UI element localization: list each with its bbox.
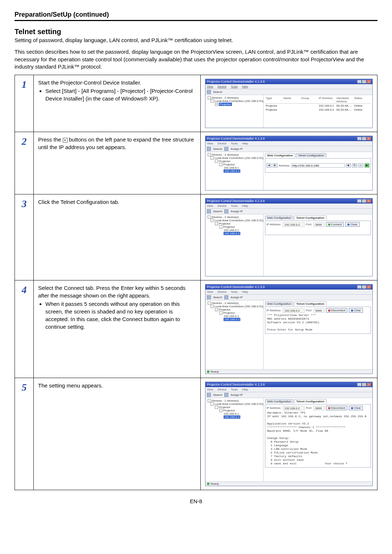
assign-ip-icon[interactable] xyxy=(224,393,228,397)
tree-ip[interactable]: 192.168.0.1 xyxy=(224,229,239,232)
menu-help[interactable]: Help xyxy=(242,85,248,88)
port-field[interactable]: 9999 xyxy=(314,222,324,227)
port-field[interactable]: 9999 xyxy=(314,406,324,410)
tree-expand-icon[interactable]: - xyxy=(219,409,222,412)
toolbar-search-label[interactable]: Search xyxy=(213,393,222,397)
tree-ip[interactable]: 192.168.0.1 xyxy=(224,412,239,415)
tree-pane[interactable]: -Devices - 2 device(s) -Local Area Conne… xyxy=(205,95,264,128)
menu-help[interactable]: Help xyxy=(242,142,248,145)
tree-lan[interactable]: Local Area Connection (192.168.0.51) xyxy=(215,156,264,160)
tab-web[interactable]: Web Configuration xyxy=(265,301,293,306)
menu-help[interactable]: Help xyxy=(242,290,248,294)
tree-ip-selected[interactable]: 192.168.0.2 xyxy=(224,318,240,321)
menu-view[interactable]: View xyxy=(207,204,213,208)
toolbar-search-label[interactable]: Search xyxy=(213,210,222,213)
toolbar-search-label[interactable]: Search xyxy=(213,296,222,299)
menu-view[interactable]: View xyxy=(207,388,213,391)
col-type[interactable]: Type xyxy=(265,97,283,103)
minimize-button[interactable]: _ xyxy=(357,80,362,83)
tree-root[interactable]: Devices - 2 device(s) xyxy=(212,216,239,219)
tree-expand-icon[interactable]: + xyxy=(215,103,218,106)
tree-ip-selected[interactable]: 192.168.0.2 xyxy=(224,415,240,419)
tree-expand-icon[interactable]: - xyxy=(211,156,214,160)
col-status[interactable]: Status xyxy=(353,97,371,103)
tab-telnet[interactable]: Telnet Configuration xyxy=(294,399,327,403)
device-row[interactable]: Projector 192.168.0.2 00-20-4A-8C-6A-73 … xyxy=(265,108,371,112)
tree-device[interactable]: Projector xyxy=(223,409,235,412)
search-icon[interactable] xyxy=(207,147,211,151)
clear-button[interactable]: Clear xyxy=(345,222,359,227)
ip-field[interactable]: 192.168.0.2 xyxy=(283,406,305,410)
ip-field[interactable]: 192.168.0.2 xyxy=(283,308,305,313)
menu-tools[interactable]: Tools xyxy=(231,142,238,145)
toolbar-assign-label[interactable]: Assign IP xyxy=(230,210,243,213)
menu-tools[interactable]: Tools xyxy=(231,388,238,391)
assign-ip-icon[interactable] xyxy=(224,209,228,213)
forward-icon[interactable]: ► xyxy=(273,163,278,168)
tree-expand-icon[interactable]: - xyxy=(215,222,218,225)
ip-field[interactable]: 192.168.0.2 xyxy=(283,222,305,227)
maximize-button[interactable]: □ xyxy=(362,383,366,386)
tab-web[interactable]: Web Configuration xyxy=(265,153,295,157)
clear-button[interactable]: Clear xyxy=(349,406,363,410)
menu-view[interactable]: View xyxy=(207,142,213,145)
tree-pane[interactable]: -Devices - 2 device(s) -Local Area Conne… xyxy=(205,300,264,369)
tree-lan[interactable]: Local Area Connection (192.168.0.51) xyxy=(215,305,264,308)
menu-help[interactable]: Help xyxy=(242,388,248,391)
tree-expand-icon[interactable]: - xyxy=(208,301,211,305)
menu-device[interactable]: Device xyxy=(217,85,226,88)
minimize-button[interactable]: _ xyxy=(357,199,362,203)
tree-ip[interactable]: 192.168.0.1 xyxy=(224,166,239,169)
search-icon[interactable] xyxy=(207,295,211,299)
col-group[interactable]: Group xyxy=(300,97,318,103)
toolbar-search-label[interactable]: Search xyxy=(213,147,222,151)
tree-device[interactable]: Projector xyxy=(223,225,235,229)
search-icon[interactable] xyxy=(207,209,211,213)
tree-expand-icon[interactable]: - xyxy=(215,160,218,163)
disconnect-button[interactable]: Disconnect xyxy=(326,308,348,313)
tree-ip-selected[interactable]: 192.168.0.2 xyxy=(224,169,240,173)
minimize-button[interactable]: _ xyxy=(357,137,362,140)
stop-icon[interactable]: ■ xyxy=(346,163,351,168)
tree-lan[interactable]: Local Area Connection (192.168.0.51) xyxy=(215,99,264,103)
close-button[interactable]: × xyxy=(367,199,371,203)
tree-expand-icon[interactable]: - xyxy=(219,311,222,315)
tree-root[interactable]: Devices - 2 device(s) xyxy=(212,96,239,99)
col-hw[interactable]: Hardware Address xyxy=(336,97,354,103)
tab-telnet[interactable]: Telnet Configuration xyxy=(294,301,327,306)
tree-root[interactable]: Devices - 2 device(s) xyxy=(212,301,239,305)
tree-family[interactable]: Projector xyxy=(219,222,230,225)
toolbar-assign-label[interactable]: Assign IP xyxy=(230,296,243,299)
home-icon[interactable]: ⌂ xyxy=(358,163,363,168)
close-button[interactable]: × xyxy=(367,285,371,289)
close-button[interactable]: × xyxy=(367,137,371,140)
refresh-icon[interactable]: ↻ xyxy=(352,163,357,168)
tree-device[interactable]: Projector xyxy=(223,311,235,315)
col-name[interactable]: Name xyxy=(283,97,301,103)
tree-expand-icon[interactable]: - xyxy=(219,163,222,166)
tree-family[interactable]: Projector xyxy=(219,308,230,311)
menu-tools[interactable]: Tools xyxy=(231,204,238,208)
tree-expand-icon[interactable]: - xyxy=(208,96,211,99)
tab-web[interactable]: Web Configuration xyxy=(265,216,293,220)
tree-expand-icon[interactable]: - xyxy=(211,99,214,103)
close-button[interactable]: × xyxy=(367,80,371,83)
tree-root[interactable]: Devices - 2 device(s) xyxy=(212,399,239,402)
menu-view[interactable]: View xyxy=(207,290,213,294)
tree-root[interactable]: Devices - 2 device(s) xyxy=(212,153,239,156)
menu-device[interactable]: Device xyxy=(217,290,226,294)
tree-expand-icon[interactable]: - xyxy=(208,153,211,156)
tab-telnet[interactable]: Telnet Configuration xyxy=(296,153,326,157)
tree-expand-icon[interactable]: - xyxy=(211,219,214,222)
menu-tools[interactable]: Tools xyxy=(231,290,238,294)
tree-expand-icon[interactable]: - xyxy=(208,399,211,402)
close-button[interactable]: × xyxy=(367,383,371,386)
tree-lan[interactable]: Local Area Connection (192.168.0.51) xyxy=(215,219,264,222)
device-row[interactable]: Projector 192.168.0.1 00-20-4A-A3-91-51 … xyxy=(265,104,371,108)
toolbar-search-label[interactable]: Search xyxy=(213,90,222,94)
tab-telnet[interactable]: Telnet Configuration xyxy=(294,216,327,220)
menu-device[interactable]: Device xyxy=(217,204,226,208)
menu-device[interactable]: Device xyxy=(217,388,226,391)
col-ip[interactable]: IP Address xyxy=(318,97,336,103)
tree-device[interactable]: Projector xyxy=(223,163,235,166)
